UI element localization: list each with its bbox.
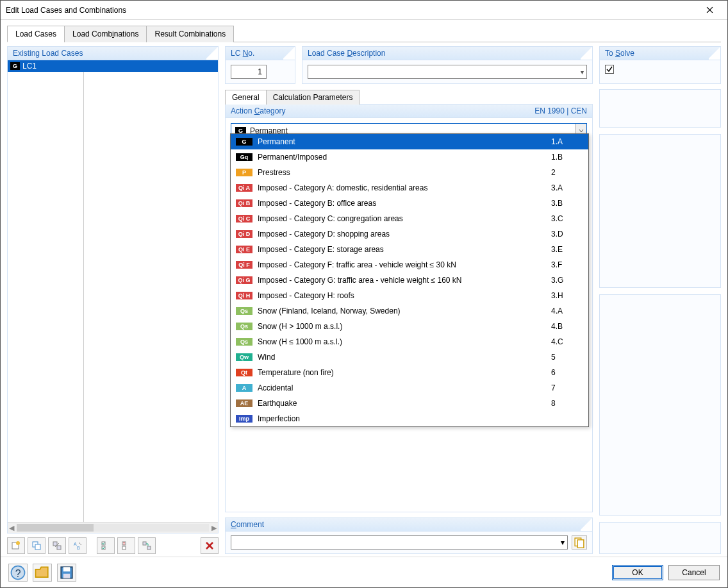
help-button[interactable]: ? xyxy=(8,564,28,582)
option-label: Snow (H > 1000 m a.s.l.) xyxy=(258,322,551,331)
option-label: Imposed - Category E: storage areas xyxy=(258,245,551,254)
option-code: 3.D xyxy=(551,230,583,239)
option-label: Imposed - Category G: traffic area - veh… xyxy=(258,276,551,285)
copy-button[interactable] xyxy=(28,537,46,554)
save-button[interactable] xyxy=(57,564,76,582)
option-label: Imposed - Category B: office areas xyxy=(258,199,551,208)
option-code: 5 xyxy=(551,353,583,362)
ok-button[interactable]: OK xyxy=(612,565,663,580)
option-label: Imposed - Category F: traffic area - veh… xyxy=(258,260,551,269)
option-code: 4.A xyxy=(551,307,583,315)
dropdown-option[interactable]: Qi HImposed - Category H: roofs3.H xyxy=(231,288,588,303)
dropdown-option[interactable]: QtTemperature (non fire)6 xyxy=(231,365,588,380)
option-badge: Qi C xyxy=(236,215,252,223)
option-label: Snow (H ≤ 1000 m a.s.l.) xyxy=(258,337,551,346)
dropdown-option[interactable]: GqPermanent/Imposed1.B xyxy=(231,149,588,165)
to-solve-checkbox[interactable] xyxy=(605,65,614,74)
comment-header: Comment xyxy=(226,518,592,532)
svg-rect-3 xyxy=(35,544,40,550)
dropdown-option[interactable]: QsSnow (Finland, Iceland, Norway, Sweden… xyxy=(231,303,588,319)
list-item[interactable]: G LC1 xyxy=(8,60,218,72)
dropdown-option[interactable]: AEEarthquake8 xyxy=(231,396,588,411)
svg-rect-5 xyxy=(57,546,61,550)
dropdown-option[interactable]: Qi CImposed - Category C: congregation a… xyxy=(231,211,588,226)
option-label: Imposed - Category H: roofs xyxy=(258,291,551,300)
subtab-general[interactable]: General xyxy=(225,90,267,105)
dropdown-option[interactable]: QwWind5 xyxy=(231,349,588,365)
svg-rect-4 xyxy=(53,542,57,546)
lc-no-input[interactable] xyxy=(231,65,267,79)
option-code: 3.B xyxy=(551,199,583,208)
option-badge: Imp xyxy=(236,415,252,423)
load-case-label: LC1 xyxy=(22,62,37,71)
tab-load-cases[interactable]: Load Cases xyxy=(7,26,65,42)
subtab-calculation-parameters[interactable]: Calculation Parameters xyxy=(266,90,360,105)
main-tabstrip: Load Cases Load Combinations Result Comb… xyxy=(7,25,721,42)
scroll-right-icon[interactable]: ▶ xyxy=(211,524,217,532)
dropdown-option[interactable]: Qi FImposed - Category F: traffic area -… xyxy=(231,257,588,273)
option-badge: Qi A xyxy=(236,184,252,192)
sort-button[interactable] xyxy=(48,537,66,554)
dropdown-option[interactable]: QsSnow (H > 1000 m a.s.l.)4.B xyxy=(231,319,588,334)
action-category-header: Action Category xyxy=(231,106,285,115)
tab-load-combinations[interactable]: Load Combinations xyxy=(64,26,147,42)
select-button[interactable] xyxy=(138,537,156,554)
dropdown-option[interactable]: PPrestress2 xyxy=(231,165,588,180)
option-code: 2 xyxy=(551,168,583,177)
dropdown-option[interactable]: Qi AImposed - Category A: domestic, resi… xyxy=(231,180,588,196)
action-category-dropdown[interactable]: GPermanent1.AGqPermanent/Imposed1.BPPres… xyxy=(230,133,589,427)
option-badge: Qw xyxy=(236,353,252,361)
renumber-button[interactable]: AB xyxy=(69,537,87,554)
cancel-button[interactable]: Cancel xyxy=(668,565,720,580)
dropdown-option[interactable]: GPermanent1.A xyxy=(231,134,588,149)
dropdown-option[interactable]: AAccidental7 xyxy=(231,380,588,396)
check-all-button[interactable] xyxy=(97,537,115,554)
left-toolbar: AB xyxy=(7,537,219,554)
dropdown-option[interactable]: Qi BImposed - Category B: office areas3.… xyxy=(231,196,588,211)
option-badge: Qi H xyxy=(236,292,252,299)
uncheck-all-button[interactable] xyxy=(117,537,135,554)
chevron-down-icon: ▾ xyxy=(581,69,584,76)
option-badge: Qt xyxy=(236,369,252,376)
side-panel-3 xyxy=(599,294,721,516)
open-button[interactable] xyxy=(33,564,52,582)
svg-text:?: ? xyxy=(15,568,21,579)
option-code: 7 xyxy=(551,383,583,392)
comment-combo[interactable]: ▾ xyxy=(231,535,568,550)
option-code: 8 xyxy=(551,399,583,408)
option-code: 1.B xyxy=(551,153,583,162)
existing-load-cases-list[interactable]: G LC1 xyxy=(8,60,218,522)
side-panel-1 xyxy=(599,89,721,128)
close-button[interactable] xyxy=(697,1,722,19)
to-solve-header: To Solve xyxy=(600,47,720,60)
horizontal-scrollbar[interactable]: ◀ ▶ xyxy=(8,522,218,533)
svg-rect-15 xyxy=(577,540,584,548)
apply-comment-button[interactable] xyxy=(572,535,587,550)
option-code: 3.E xyxy=(551,245,583,254)
delete-button[interactable] xyxy=(201,537,219,554)
scroll-left-icon[interactable]: ◀ xyxy=(9,524,14,532)
option-label: Permanent/Imposed xyxy=(258,153,551,162)
option-badge: G xyxy=(236,138,252,146)
option-code: 3.A xyxy=(551,183,583,192)
dropdown-option[interactable]: QsSnow (H ≤ 1000 m a.s.l.)4.C xyxy=(231,334,588,349)
option-label: Imposed - Category C: congregation areas xyxy=(258,214,551,223)
description-combo[interactable]: ▾ xyxy=(308,65,587,79)
option-code: 3.F xyxy=(551,260,583,269)
tab-result-combinations[interactable]: Result Combinations xyxy=(146,26,234,42)
option-label: Imposed - Category D: shopping areas xyxy=(258,230,551,239)
dropdown-option[interactable]: ImpImperfection xyxy=(231,411,588,426)
description-header: Load Case Description xyxy=(302,47,592,60)
dropdown-option[interactable]: Qi GImposed - Category G: traffic area -… xyxy=(231,273,588,288)
svg-rect-11 xyxy=(122,546,126,550)
svg-text:B: B xyxy=(77,546,80,550)
dropdown-option[interactable]: Qi DImposed - Category D: shopping areas… xyxy=(231,226,588,242)
option-badge: A xyxy=(236,384,252,392)
option-label: Snow (Finland, Iceland, Norway, Sweden) xyxy=(258,307,551,315)
option-label: Temperature (non fire) xyxy=(258,368,551,377)
option-badge: P xyxy=(236,169,252,176)
option-badge: AE xyxy=(236,399,252,407)
chevron-down-icon: ▾ xyxy=(561,538,565,547)
dropdown-option[interactable]: Qi EImposed - Category E: storage areas3… xyxy=(231,242,588,257)
new-button[interactable] xyxy=(7,537,25,554)
